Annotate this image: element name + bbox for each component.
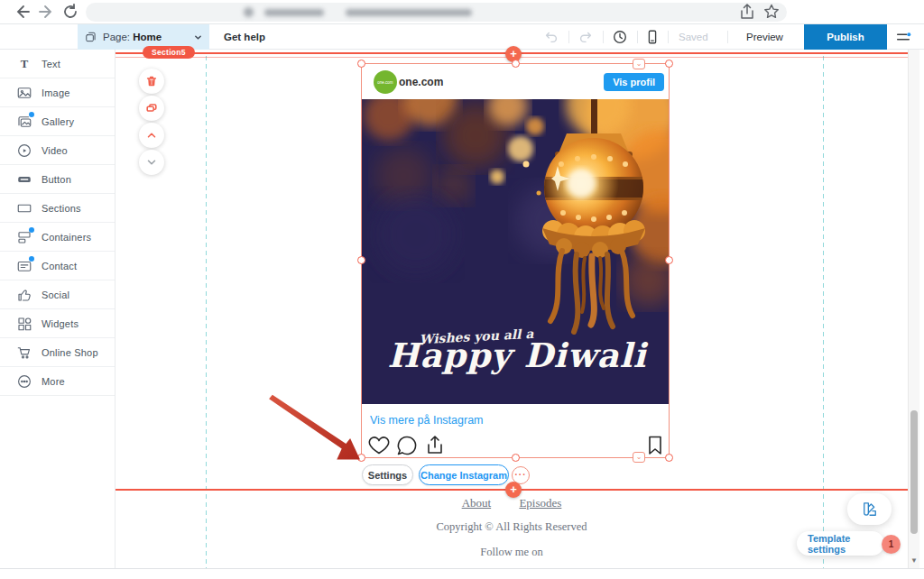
divider (668, 31, 669, 43)
divider (568, 31, 569, 43)
scrollbar-down-arrow[interactable]: ▼ (910, 556, 918, 565)
blurred-url-segment (346, 9, 472, 16)
svg-text:T: T (21, 57, 29, 69)
scrollbar[interactable]: ▼ (908, 50, 919, 568)
move-section-down-button[interactable] (139, 150, 164, 175)
notification-badge: 1 (882, 535, 901, 554)
publish-button[interactable]: Publish (804, 24, 887, 50)
template-settings-button[interactable]: Template settings (797, 531, 884, 556)
sidebar-item-button[interactable]: Button (0, 165, 115, 194)
notification-dot (29, 112, 34, 117)
sidebar-item-video[interactable]: Video (0, 136, 115, 165)
sidebar-item-containers[interactable]: Containers (0, 223, 115, 252)
resize-handle-right[interactable] (665, 256, 673, 264)
spacing-handle-top[interactable]: ⌄ (633, 59, 645, 69)
redo-icon[interactable] (578, 29, 594, 45)
sidebar-item-more[interactable]: More (0, 367, 115, 396)
back-icon[interactable] (13, 3, 31, 21)
scrollbar-thumb[interactable] (910, 410, 918, 534)
sidebar-item-gallery[interactable]: Gallery (0, 107, 115, 136)
window-bottom-edge (0, 568, 924, 579)
sidebar-item-widgets[interactable]: Widgets (0, 309, 115, 338)
get-help-link[interactable]: Get help (224, 32, 265, 42)
blurred-url-segment (264, 9, 324, 16)
sidebar-item-online-shop[interactable]: Online Shop (0, 338, 115, 367)
page-canvas: Section5 + one.com one.com Vis profil (116, 50, 908, 568)
button-icon (16, 171, 32, 188)
editor-toolbar: Page: Home Get help Saved Preview Publis… (0, 24, 924, 50)
image-icon (16, 85, 32, 101)
saved-status: Saved (679, 32, 708, 42)
move-section-up-button[interactable] (139, 123, 164, 148)
style-palette-button[interactable] (847, 493, 892, 525)
share-icon[interactable] (738, 3, 756, 21)
footer-link-episodes[interactable]: Episodes (519, 496, 561, 510)
page-icon (85, 31, 97, 43)
duplicate-section-button[interactable] (139, 96, 164, 121)
resize-handle-bottom-middle[interactable] (512, 454, 520, 462)
history-icon[interactable] (612, 29, 628, 45)
bookmark-star-icon[interactable] (762, 3, 781, 21)
cart-icon (16, 345, 32, 361)
sidebar-item-image[interactable]: Image (0, 78, 115, 107)
sections-icon (16, 200, 32, 216)
divider (603, 31, 604, 43)
resize-handle-bottom-right[interactable] (665, 454, 673, 462)
palette-icon (861, 501, 879, 519)
widget-settings-button[interactable]: Settings (362, 464, 413, 485)
resize-handle-top-middle[interactable] (512, 60, 520, 68)
sidebar-item-contact[interactable]: Contact (0, 252, 115, 280)
mobile-preview-icon[interactable] (644, 29, 661, 45)
footer-link-about[interactable]: About (462, 496, 492, 510)
containers-icon (16, 229, 32, 245)
gallery-icon (16, 114, 32, 130)
address-bar[interactable] (86, 3, 787, 22)
widget-selection-frame: ⌄ ⌄ (361, 63, 670, 458)
layout-guide-right (823, 56, 824, 568)
resize-handle-top-right[interactable] (665, 60, 673, 68)
page-selector-label: Page: Home (103, 32, 162, 42)
social-thumbs-up-icon (16, 287, 32, 303)
footer-copyright: Copyright © All Rights Reserved (116, 520, 908, 534)
resize-handle-left[interactable] (357, 256, 365, 264)
element-sidebar: T Text Image Gallery Video Button Sectio… (0, 50, 116, 568)
refresh-icon[interactable] (61, 3, 79, 21)
notification-dot (29, 256, 34, 262)
undo-icon[interactable] (543, 29, 559, 45)
forward-icon[interactable] (38, 3, 56, 21)
text-icon: T (16, 56, 32, 72)
resize-handle-top-left[interactable] (357, 60, 365, 68)
layout-guide-left (206, 56, 207, 568)
more-icon (16, 373, 32, 390)
spacing-handle-bottom[interactable]: ⌄ (633, 452, 645, 463)
chevron-down-icon (194, 33, 202, 41)
site-footer: About Episodes Copyright © All Rights Re… (116, 496, 908, 559)
divider (637, 31, 638, 43)
sidebar-item-social[interactable]: Social (0, 280, 115, 309)
resize-handle-bottom-left[interactable] (357, 454, 365, 462)
site-favicon (244, 7, 254, 17)
notification-dot (29, 227, 34, 233)
change-instagram-button[interactable]: Change Instagram (419, 464, 509, 485)
delete-section-button[interactable] (139, 69, 164, 94)
widgets-icon (16, 316, 32, 332)
sidebar-item-text[interactable]: T Text (0, 50, 115, 78)
footer-follow-text: Follow me on (116, 546, 908, 559)
preview-button[interactable]: Preview (746, 32, 783, 42)
contact-icon (16, 258, 32, 274)
divider (727, 31, 728, 43)
video-icon (16, 142, 32, 159)
menu-notifications-icon[interactable] (895, 29, 911, 45)
sidebar-item-sections[interactable]: Sections (0, 194, 115, 223)
browser-toolbar (0, 0, 924, 24)
browser-window: { "colors": { "accent_orange": "#f25744"… (0, 0, 924, 579)
